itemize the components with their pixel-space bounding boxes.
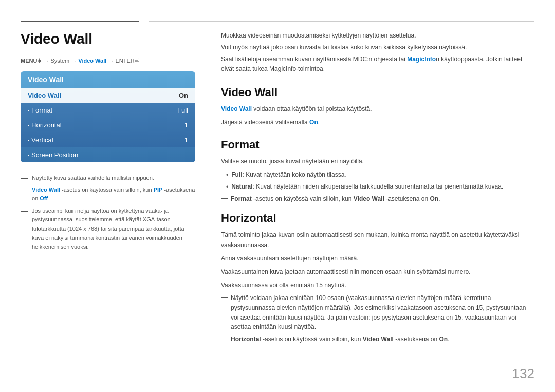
note-2-text: Video Wall -asetus on käytössä vain sill… — [32, 185, 195, 203]
section-title-horizontal: Horizontal — [221, 212, 534, 225]
page-number: 132 — [512, 366, 534, 382]
rule-right — [149, 21, 534, 22]
menu-item-format-value: Full — [177, 106, 188, 114]
natural-label: Natural — [231, 183, 252, 190]
intro-line-1: Muokkaa videoseinän muodostamiseksi kytk… — [221, 31, 534, 41]
note-rule-3 — [21, 211, 28, 212]
horiz-desc-4: Vaakasuunnassa voi olla enintään 15 näyt… — [221, 281, 534, 291]
menu-item-screenposition[interactable]: · Screen Position — [21, 147, 195, 162]
bullet-dot-2: • — [226, 182, 228, 192]
menu-box: Video Wall Video Wall On · Format Full ·… — [21, 71, 195, 162]
horiz-note-dash — [221, 297, 228, 298]
format-bullet-full: • Full: Kuvat näytetään koko näytön tila… — [221, 170, 534, 180]
menu-item-horizontal-label: · Horizontal — [28, 121, 62, 129]
magicinfo-link: MagicInfo — [407, 55, 436, 63]
menu-box-title: Video Wall — [21, 71, 195, 88]
menu-item-horizontal-value: 1 — [184, 121, 188, 129]
vw-on: On — [309, 119, 318, 126]
format-note-vw: Video Wall — [354, 195, 384, 202]
note-3: Jos useampi kuin neljä näyttöä on kytket… — [21, 207, 195, 252]
menu-icon: MENU↡ — [21, 58, 42, 64]
format-note-dash — [221, 198, 228, 199]
intro-line-3: Saat lisätietoja useamman kuvan näyttämi… — [221, 54, 534, 75]
menu-item-videowall[interactable]: Video Wall On — [21, 88, 195, 103]
menu-item-vertical-label: · Vertical — [28, 136, 53, 144]
note-2-blue-1: Video Wall — [32, 186, 60, 193]
horiz-note-dash2 — [221, 339, 228, 340]
top-rules — [0, 21, 555, 22]
rule-left — [21, 21, 139, 22]
horiz-note-long: Näyttö voidaan jakaa enintään 100 osaan … — [221, 293, 534, 331]
note-1: Näytetty kuva saattaa vaihdella mallista… — [21, 174, 195, 183]
note-2-blue-3: Off — [40, 195, 48, 201]
menu-path-blue: Video Wall — [78, 58, 106, 64]
intro-line-2: Voit myös näyttää joko osan kuvasta tai … — [221, 43, 534, 53]
note-2-blue-2: PIP — [154, 186, 163, 193]
vw-blue-1: Video Wall — [221, 105, 252, 113]
menu-item-vertical-value: 1 — [184, 136, 188, 144]
horiz-desc-3: Vaakasuuntainen kuva jaetaan automaattis… — [221, 267, 534, 277]
format-note-on: On — [430, 195, 439, 202]
note-2: Video Wall -asetus on käytössä vain sill… — [21, 185, 195, 203]
notes-section: Näytetty kuva saattaa vaihdella mallista… — [21, 174, 195, 252]
format-note-label: Format — [231, 195, 252, 202]
note-3-text: Jos useampi kuin neljä näyttöä on kytket… — [32, 207, 195, 252]
format-bullet-natural: • Natural: Kuvat näytetään niiden alkupe… — [221, 182, 534, 192]
menu-item-screenposition-label: · Screen Position — [28, 151, 78, 159]
right-column: Muokkaa videoseinän muodostamiseksi kytk… — [221, 31, 534, 345]
menu-path: MENU↡ → System → Video Wall → ENTER⏎ — [21, 58, 195, 64]
menu-path-rest: → System → — [43, 58, 78, 64]
note-1-text: Näytetty kuva saattaa vaihdella mallista… — [32, 174, 154, 183]
horiz-note-label: Horizontal — [231, 335, 261, 343]
section-title-videowall: Video Wall — [221, 86, 534, 99]
horiz-note: Horizontal -asetus on käytössä vain sill… — [221, 334, 534, 344]
horiz-note-vw: Video Wall — [363, 335, 394, 343]
page-title: Video Wall — [21, 31, 195, 47]
note-rule-1 — [21, 178, 28, 179]
horiz-desc-2: Anna vaakasuuntaan asetettujen näyttöjen… — [221, 254, 534, 264]
menu-path-enter: → ENTER⏎ — [108, 58, 139, 64]
left-column: Video Wall MENU↡ → System → Video Wall →… — [21, 31, 195, 254]
menu-item-format[interactable]: · Format Full — [21, 103, 195, 118]
format-desc-1: Valitse se muoto, jossa kuvat näytetään … — [221, 157, 534, 167]
bullet-dot-1: • — [226, 171, 228, 180]
vw-desc-2: Järjestä videoseinä valitsemalla On. — [221, 118, 534, 128]
format-note: Format -asetus on käytössä vain silloin,… — [221, 194, 534, 204]
vw-desc-1: Video Wall voidaan ottaa käyttöön tai po… — [221, 104, 534, 115]
menu-item-vertical[interactable]: · Vertical 1 — [21, 133, 195, 147]
menu-item-videowall-label: Video Wall — [28, 91, 61, 99]
menu-item-videowall-value: On — [179, 91, 188, 99]
section-title-format: Format — [221, 138, 534, 152]
horiz-desc-1: Tämä toiminto jakaa kuvan osiin automaat… — [221, 230, 534, 251]
menu-item-horizontal[interactable]: · Horizontal 1 — [21, 118, 195, 133]
note-rule-2 — [21, 190, 28, 191]
menu-item-format-label: · Format — [28, 106, 52, 114]
full-label: Full — [231, 171, 242, 178]
horiz-note-on: On — [439, 335, 448, 343]
